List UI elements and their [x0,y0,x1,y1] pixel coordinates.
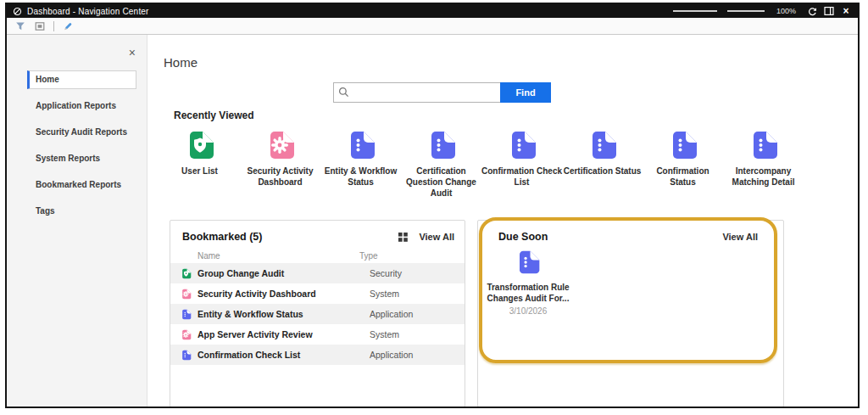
zoom-slider-segment[interactable] [727,10,765,12]
app-logo-icon [13,7,22,16]
table-row[interactable]: Group Change AuditSecurity [170,263,465,283]
shield-doc-icon [185,130,215,160]
sidebar-nav: HomeApplication ReportsSecurity Audit Re… [7,35,147,221]
due-soon-item-label: Transformation Rule Changes Audit For... [487,282,570,304]
row-type: Application [370,309,413,319]
recently-viewed-item-label: Entity & Workflow Status [320,165,401,188]
gear-doc-icon [181,289,192,300]
edit-button[interactable] [62,20,74,32]
content-area: × HomeApplication ReportsSecurity Audit … [7,35,858,407]
recently-viewed-title: Recently Viewed [174,109,254,121]
search-input[interactable] [333,82,500,103]
sidebar-item-security-audit-reports[interactable]: Security Audit Reports [27,123,136,142]
toolbar-separator [53,21,54,31]
zoom-level: 100% [776,7,796,15]
bookmarked-title: Bookmarked (5) [182,231,262,243]
refresh-icon [808,7,817,16]
recently-viewed-item[interactable]: Intercompany Matching Detail [723,130,804,199]
gear-doc-icon [265,130,296,160]
window-title: Dashboard - Navigation Center [27,7,149,16]
column-header-type: Type [359,251,378,261]
bookmarked-card: Bookmarked (5) View All Name Type [170,220,465,407]
sidebar-item-system-reports[interactable]: System Reports [27,149,136,168]
recently-viewed-item-label: Certification Status [564,165,642,177]
row-icon [181,329,198,340]
recently-viewed-item-label: Confirmation Check List [481,165,562,188]
gear-doc-icon [181,329,192,340]
recently-viewed-item[interactable]: Confirmation Status [643,130,723,199]
recently-viewed-item-label: Security Activity Dashboard [240,165,320,188]
filter-button[interactable] [14,20,26,32]
sidebar-item-tags[interactable]: Tags [27,202,136,221]
export-settings-icon [35,21,45,31]
recently-viewed-item[interactable]: Certification Status [562,130,643,199]
recently-viewed-item[interactable]: Confirmation Check List [481,130,562,199]
row-icon [181,309,198,320]
zoom-slider[interactable] [673,10,717,12]
recently-viewed-item-label: Confirmation Status [643,165,723,188]
recently-viewed-item-label: User List [181,165,218,177]
due-soon-item-date: 3/10/2026 [487,306,570,316]
dots-doc-icon [748,130,779,160]
page-title: Home [164,55,198,70]
bookmarked-table-header: Name Type [170,248,465,263]
due-soon-view-all-link[interactable]: View All [722,232,758,242]
table-row[interactable]: Security Activity DashboardSystem [170,283,465,304]
dots-doc-icon [426,130,457,160]
panel-icon [824,6,834,16]
recently-viewed-item[interactable]: Entity & Workflow Status [320,130,401,199]
recently-viewed-item[interactable]: Certification Question Change Audit [401,130,481,199]
column-header-name: Name [170,251,359,261]
dots-doc-icon [346,130,376,160]
close-icon: × [843,6,849,16]
row-type: Application [370,350,413,360]
export-settings-button[interactable] [34,20,46,32]
recently-viewed-item[interactable]: User List [159,130,240,199]
row-type: System [370,289,399,299]
recently-viewed-item-label: Intercompany Matching Detail [723,165,804,188]
dots-doc-icon [507,130,537,160]
dots-doc-icon [587,130,618,160]
row-name: App Server Activity Review [198,329,370,339]
sidebar-close-button[interactable]: × [129,47,136,59]
shield-doc-icon [181,268,192,279]
title-bar: Dashboard - Navigation Center 100% × [7,4,858,18]
sidebar: × HomeApplication ReportsSecurity Audit … [7,35,147,407]
sidebar-item-home[interactable]: Home [27,70,136,89]
dots-doc-icon [181,350,192,361]
edit-icon [63,21,73,31]
due-soon-title: Due Soon [498,231,548,243]
recently-viewed-item-label: Certification Question Change Audit [401,165,481,199]
find-button[interactable]: Find [500,82,551,103]
app-window: Dashboard - Navigation Center 100% × [5,3,860,408]
table-row[interactable]: Confirmation Check ListApplication [170,345,465,365]
bookmarked-card-header: Bookmarked (5) View All [170,221,465,248]
toolbar [7,18,858,35]
filter-icon [15,21,25,31]
row-name: Security Activity Dashboard [198,289,370,299]
row-type: Security [370,268,402,278]
dots-doc-icon [668,130,698,160]
row-icon [181,268,198,279]
grid-view-icon [398,233,408,242]
sidebar-item-application-reports[interactable]: Application Reports [27,97,136,115]
search-bar: Find [333,82,551,103]
due-soon-card: Due Soon View All Transformation Rule Ch… [477,220,784,407]
row-name: Entity & Workflow Status [198,309,370,319]
panel-toggle-button[interactable] [823,5,835,17]
window-close-button[interactable]: × [840,5,852,17]
table-row[interactable]: Entity & Workflow StatusApplication [170,304,465,324]
main-panel: Home Find Recently Viewed User List Secu… [147,35,858,407]
refresh-button[interactable] [806,5,818,17]
due-soon-item[interactable]: Transformation Rule Changes Audit For...… [487,250,570,316]
bookmarked-table-body: Group Change AuditSecurity Security Acti… [170,263,465,365]
row-icon [181,289,198,300]
close-icon: × [129,46,136,59]
sidebar-item-bookmarked-reports[interactable]: Bookmarked Reports [27,176,136,194]
table-row[interactable]: App Server Activity ReviewSystem [170,324,465,345]
grid-view-button[interactable] [398,233,408,242]
due-soon-card-header: Due Soon View All [478,221,783,248]
recently-viewed-item[interactable]: Security Activity Dashboard [240,130,320,199]
row-type: System [370,329,399,339]
bookmarked-view-all-link[interactable]: View All [419,232,454,242]
